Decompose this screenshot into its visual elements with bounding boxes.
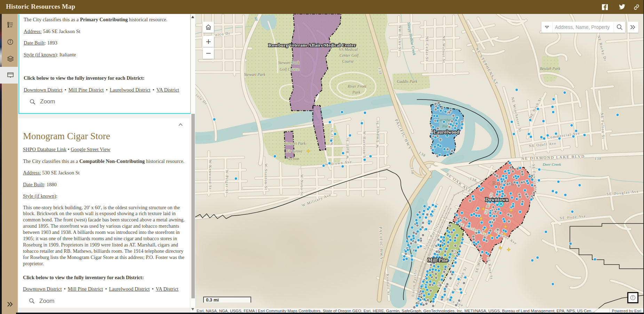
- magnifier-icon: [29, 298, 35, 304]
- search-source-dropdown[interactable]: [541, 22, 553, 33]
- map-info-button[interactable]: [627, 292, 638, 303]
- downtown-district-link[interactable]: Downtown District: [23, 286, 62, 292]
- info-icon: [630, 295, 636, 300]
- expand-search-button[interactable]: [627, 22, 638, 33]
- address-link[interactable]: Address:: [24, 29, 42, 34]
- sidebar-item-layers[interactable]: [0, 50, 18, 67]
- style-link[interactable]: Style (if known): [23, 193, 56, 199]
- widget-toolbar: [2, 14, 18, 314]
- style-link[interactable]: Style (if known): [24, 52, 57, 57]
- paper-grain-overlay: [195, 14, 644, 314]
- magnifier-icon: [30, 99, 35, 105]
- home-button[interactable]: [203, 22, 214, 33]
- collapse-panel-button[interactable]: [7, 301, 14, 308]
- district-links: Downtown District•Mill Pine District•Lau…: [23, 286, 187, 293]
- date-built-link[interactable]: Date Built: [23, 182, 44, 187]
- address-row: Address: 546 SE Jackson St: [24, 28, 188, 35]
- laurelwood-district-link[interactable]: Laurelwood District: [110, 87, 150, 93]
- search-button[interactable]: [614, 22, 625, 33]
- mill-pine-district-link[interactable]: Mill Pine District: [69, 87, 104, 93]
- va-district-link[interactable]: VA District: [156, 286, 178, 292]
- downtown-district-link[interactable]: Downtown District: [24, 87, 63, 93]
- sidebar-item-info[interactable]: [0, 33, 18, 50]
- zoom-to-feature-button[interactable]: Zoom: [29, 298, 187, 305]
- plus-icon: +: [206, 37, 211, 46]
- double-chevron-right-icon: [630, 24, 636, 30]
- external-links: SHPO Database Link • Google Street View: [23, 146, 187, 153]
- style-row: Style (if known): Italiante: [24, 52, 188, 58]
- search-input[interactable]: [553, 22, 614, 33]
- zoom-out-button[interactable]: −: [203, 47, 214, 59]
- twitter-icon[interactable]: [619, 4, 625, 10]
- scroll-down-arrow-icon[interactable]: [191, 308, 194, 311]
- style-row: Style (if known):: [23, 193, 187, 200]
- search-widget: [541, 22, 625, 33]
- window-bottom-edge: [16, 313, 644, 314]
- classification-text: The City classifies this as a Primary Co…: [24, 16, 188, 23]
- minus-icon: −: [206, 49, 211, 58]
- description-text: This one-story brick building, 20' x 60'…: [23, 205, 187, 267]
- map-view[interactable]: nico Driole DrW Kenwood StW Pilger StW S…: [195, 14, 644, 314]
- district-links: Downtown District•Mill Pine District•Lau…: [24, 87, 188, 94]
- date-built-row: Date Built: 1880: [23, 181, 187, 188]
- feature-card-monogram[interactable]: Monogram Cigar Store SHPO Database Link …: [18, 118, 190, 308]
- zoom-to-feature-button[interactable]: Zoom: [30, 98, 188, 105]
- home-icon: [205, 24, 212, 30]
- va-district-link[interactable]: VA District: [156, 87, 179, 93]
- sidebar-item-legend[interactable]: [0, 16, 18, 33]
- dropdown-arrow-icon: [545, 26, 549, 29]
- zoom-in-button[interactable]: +: [203, 36, 214, 47]
- scale-bar: 0.3 mi: [203, 297, 251, 303]
- feature-title: Monogram Cigar Store: [23, 131, 187, 141]
- app-header: Historic Resources Map: [0, 0, 644, 14]
- search-icon: [617, 24, 623, 30]
- district-links-heading: Click below to view the fully inventory …: [24, 75, 188, 82]
- basemap-canvas: nico Driole DrW Kenwood StW Pilger StW S…: [195, 14, 644, 314]
- popup-panel: The City classifies this as a Primary Co…: [18, 14, 195, 314]
- panel-bottom-strip: [18, 308, 195, 312]
- date-built-row: Date Built: 1893: [24, 40, 188, 47]
- panel-scrollbar[interactable]: [191, 14, 195, 312]
- sidebar-item-popup[interactable]: [0, 67, 18, 84]
- scroll-up-arrow-icon[interactable]: [191, 16, 194, 18]
- app-title: Historic Resources Map: [6, 3, 75, 10]
- scrollbar-thumb[interactable]: [191, 114, 195, 298]
- shpo-database-link[interactable]: SHPO Database Link: [23, 147, 66, 152]
- google-street-view-link[interactable]: Google Street View: [71, 147, 110, 152]
- address-row: Address: 530 SE Jackson St: [23, 170, 187, 176]
- classification-text: The City classifies this as a Compatible…: [23, 158, 187, 165]
- address-link[interactable]: Address:: [23, 170, 41, 175]
- facebook-icon[interactable]: [602, 4, 608, 10]
- share-link-icon[interactable]: [634, 4, 639, 10]
- date-built-link[interactable]: Date Built: [24, 40, 45, 46]
- mill-pine-district-link[interactable]: Mill Pine District: [68, 286, 103, 292]
- laurelwood-district-link[interactable]: Laurelwood District: [109, 286, 150, 292]
- feature-card-selected[interactable]: The City classifies this as a Primary Co…: [18, 14, 191, 114]
- district-links-heading: Click below to view the fully inventory …: [23, 274, 187, 281]
